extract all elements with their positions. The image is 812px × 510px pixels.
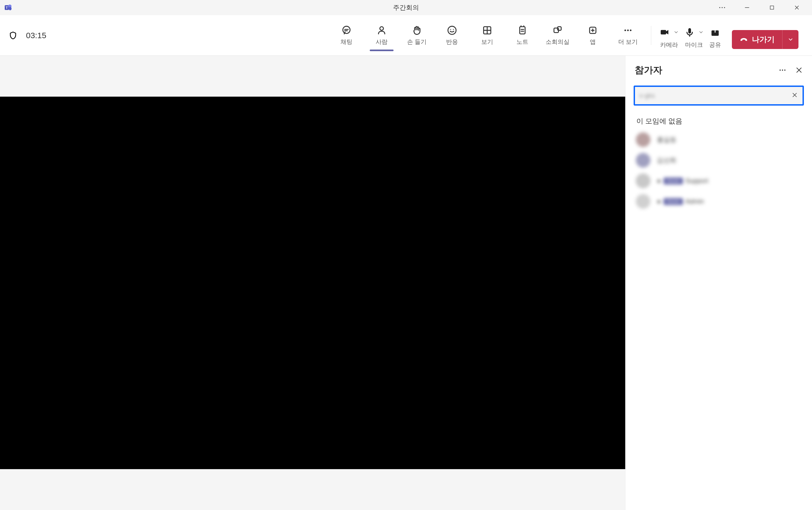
share-icon	[710, 27, 721, 39]
view-button[interactable]: 보기	[472, 22, 502, 49]
people-icon	[376, 25, 387, 36]
svg-rect-8	[770, 6, 774, 9]
app-icon: T	[3, 2, 13, 13]
avatar	[636, 194, 650, 209]
svg-point-38	[780, 69, 781, 71]
raise-hand-label: 손 들기	[407, 38, 427, 46]
participant-list: 홍길동 김선희 ● Azure Support ● Azure Admi	[626, 132, 812, 209]
svg-point-16	[450, 29, 451, 30]
breakout-rooms-button[interactable]: 소회의실	[543, 22, 573, 49]
svg-rect-34	[661, 30, 666, 34]
close-window-button[interactable]	[784, 0, 809, 15]
participant-row[interactable]: ● Azure Support	[636, 173, 802, 188]
more-window-button[interactable]	[710, 0, 734, 15]
svg-point-4	[719, 7, 720, 8]
avatar	[636, 132, 650, 147]
participant-row[interactable]: 홍길동	[636, 132, 802, 147]
people-button[interactable]: 사람	[367, 22, 397, 49]
participant-name: ● Azure Support	[657, 177, 708, 185]
apps-label: 앱	[590, 38, 596, 46]
share-button[interactable]: 공유	[709, 27, 721, 49]
mic-icon	[684, 27, 695, 39]
view-label: 보기	[481, 38, 493, 46]
leave-button-group: 나가기	[732, 30, 799, 49]
more-label: 더 보기	[618, 38, 638, 46]
breakout-icon	[552, 25, 563, 36]
notes-button[interactable]: 노트	[508, 22, 537, 49]
svg-rect-21	[520, 27, 525, 34]
svg-point-17	[453, 29, 454, 30]
breakout-label: 소회의실	[546, 38, 570, 46]
camera-icon	[659, 27, 670, 39]
chat-label: 채팅	[341, 38, 352, 46]
search-clear-button[interactable]	[791, 91, 798, 100]
shield-icon[interactable]	[8, 31, 18, 40]
minimize-button[interactable]	[734, 0, 759, 15]
chat-icon	[341, 25, 352, 36]
panel-title: 참가자	[635, 64, 662, 76]
participant-row[interactable]: ● Azure Admin	[636, 194, 802, 209]
svg-text:T: T	[6, 6, 8, 10]
panel-header: 참가자	[626, 56, 812, 79]
leave-label: 나가기	[752, 34, 775, 45]
participant-name: 김선희	[657, 156, 676, 165]
svg-point-14	[380, 27, 383, 30]
panel-close-button[interactable]	[795, 66, 803, 74]
smile-icon	[446, 25, 458, 36]
meeting-toolbar: 03:15 채팅 사람 손 들기 반응	[0, 15, 812, 56]
svg-point-39	[782, 69, 783, 71]
reactions-label: 반응	[446, 38, 458, 46]
camera-button[interactable]: 카메라	[659, 27, 679, 49]
apps-button[interactable]: 앱	[578, 22, 608, 49]
leave-button[interactable]: 나가기	[732, 34, 782, 45]
svg-point-40	[784, 69, 786, 71]
toolbar-center: 채팅 사람 손 들기 반응 보기	[331, 22, 799, 49]
raise-hand-button[interactable]: 손 들기	[402, 22, 432, 49]
participant-name: ● Azure Admin	[657, 198, 704, 205]
reactions-button[interactable]: 반응	[437, 22, 467, 49]
svg-rect-2	[9, 7, 12, 10]
people-label: 사람	[376, 38, 387, 46]
main-area: 참가자 이 모임에 없음 홍길동	[0, 56, 812, 510]
maximize-button[interactable]	[759, 0, 784, 15]
svg-point-15	[448, 26, 456, 34]
raise-hand-icon	[411, 25, 422, 36]
panel-more-button[interactable]	[778, 66, 787, 74]
window-controls	[710, 0, 809, 15]
avatar	[636, 153, 650, 168]
phone-down-icon	[740, 35, 748, 44]
camera-label: 카메라	[660, 41, 678, 49]
chat-button[interactable]: 채팅	[331, 22, 361, 49]
mic-label: 마이크	[685, 41, 703, 49]
video-stage	[0, 97, 625, 469]
grid-icon	[482, 25, 493, 36]
avatar	[636, 173, 650, 188]
notes-label: 노트	[516, 38, 528, 46]
apps-icon	[587, 25, 598, 36]
notes-icon	[517, 25, 528, 36]
svg-point-5	[722, 7, 723, 8]
window-title: 주간회의	[393, 3, 419, 12]
svg-point-6	[724, 7, 725, 8]
mic-button[interactable]: 마이크	[684, 27, 704, 49]
titlebar: T 주간회의	[0, 0, 812, 15]
camera-dropdown[interactable]	[673, 29, 679, 36]
participant-name: 홍길동	[657, 135, 676, 144]
section-not-in-meeting: 이 모임에 없음	[626, 110, 812, 132]
toolbar-divider	[651, 26, 651, 45]
participant-row[interactable]: 김선희	[636, 153, 802, 168]
svg-point-32	[627, 29, 629, 31]
more-icon	[622, 25, 633, 36]
participant-search[interactable]	[634, 86, 804, 106]
svg-point-33	[630, 29, 632, 31]
leave-dropdown[interactable]	[782, 30, 799, 49]
share-label: 공유	[709, 41, 721, 49]
meeting-timer: 03:15	[26, 31, 46, 40]
more-button[interactable]: 더 보기	[613, 22, 643, 49]
svg-rect-35	[688, 28, 691, 34]
search-input[interactable]	[639, 92, 788, 100]
toolbar-left: 03:15	[8, 31, 46, 40]
mic-dropdown[interactable]	[698, 29, 704, 36]
svg-point-31	[625, 29, 626, 31]
participants-panel: 참가자 이 모임에 없음 홍길동	[625, 56, 812, 510]
